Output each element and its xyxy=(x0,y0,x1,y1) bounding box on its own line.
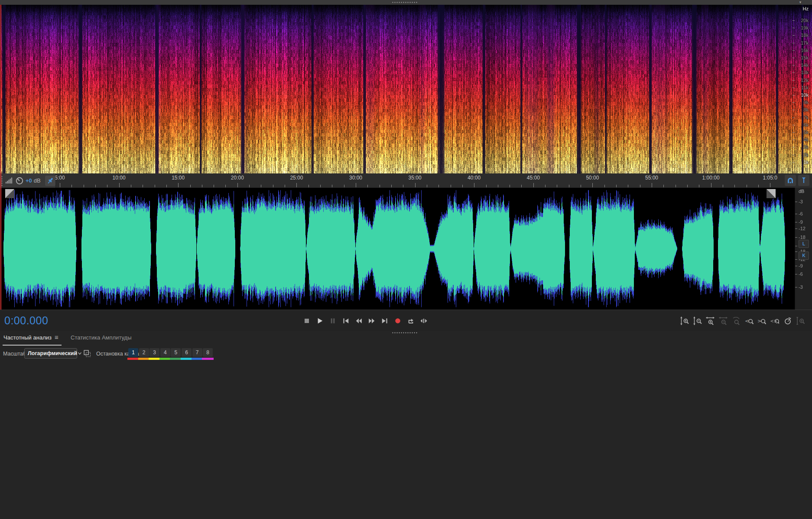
panel-tabs: Частотный анализ ≡ Статистика Амплитуды xyxy=(0,334,812,346)
pin-button[interactable] xyxy=(45,176,55,186)
frequency-tick xyxy=(793,43,795,43)
waveform-db-tick xyxy=(795,274,797,274)
hold-frame-button-2[interactable]: 2 xyxy=(139,348,149,357)
timeline-tick xyxy=(155,185,155,187)
analysis-panel: Частотный анализ ≡ Статистика Амплитуды … xyxy=(0,331,812,519)
zoom-to-in-point-button[interactable]: < xyxy=(744,316,755,326)
waveform-view[interactable] xyxy=(0,188,795,310)
zoom-to-out-point-button[interactable]: > xyxy=(756,316,767,326)
hold-frame-color-bar xyxy=(202,358,214,360)
fade-in-handle[interactable] xyxy=(5,189,14,198)
marker-button[interactable] xyxy=(798,175,809,186)
hold-frame-button-3[interactable]: 3 xyxy=(149,348,159,357)
record-button[interactable] xyxy=(392,316,403,326)
levels-icon xyxy=(5,176,13,185)
waveform-db-label: -12 xyxy=(799,226,806,231)
waveform-db-label: -9 xyxy=(799,219,803,225)
waveform-db-tick xyxy=(795,222,797,222)
chevron-down-icon[interactable]: ▾ xyxy=(797,0,803,5)
skip-selection-button[interactable] xyxy=(418,316,429,326)
hold-frame-color-bar xyxy=(192,358,203,360)
waveform-canvas[interactable] xyxy=(0,188,795,310)
timeline-tick xyxy=(356,183,356,187)
zoom-out-time-button xyxy=(718,316,729,326)
hold-frame-button-7[interactable]: 7 xyxy=(192,348,202,357)
timeline-tick xyxy=(592,183,593,187)
time-ruler[interactable]: 5:0010:0015:0020:0025:0030:0035:0040:004… xyxy=(55,173,779,188)
frequency-tick-label: 10k xyxy=(801,92,809,98)
pin-icon xyxy=(46,176,55,185)
tab-amplitude-statistics[interactable]: Статистика Амплитуды xyxy=(71,334,131,341)
spectrogram-view[interactable]: Hz20k19k18k17k16k15k14k13k12k11k10k9k8k7… xyxy=(0,5,812,173)
timeline-tick xyxy=(521,185,522,187)
frequency-tick xyxy=(793,80,795,81)
playhead[interactable] xyxy=(0,5,1,310)
timeline-tick xyxy=(296,183,297,187)
zoom-to-selection-button[interactable]: <> xyxy=(769,316,780,326)
timeline-label: 55:00 xyxy=(645,175,658,181)
frequency-tick-label: 9k xyxy=(803,100,809,105)
hold-frame-button-5[interactable]: 5 xyxy=(171,348,181,357)
gain-knob-icon[interactable] xyxy=(15,176,24,185)
tab-frequency-analysis[interactable]: Частотный анализ xyxy=(3,334,52,341)
timeline-tick xyxy=(131,185,131,187)
timeline-tick xyxy=(178,183,179,187)
timeline-tick xyxy=(581,185,581,187)
hold-frame-button-4[interactable]: 4 xyxy=(160,348,170,357)
waveform-db-tick xyxy=(795,214,797,214)
snap-button[interactable] xyxy=(785,175,796,186)
frequency-tick xyxy=(793,155,795,155)
rewind-button[interactable] xyxy=(353,316,364,326)
timeline-tick xyxy=(486,185,487,187)
scale-dropdown[interactable]: Логарифмический xyxy=(24,348,77,359)
gain-value[interactable]: +0 xyxy=(26,177,32,184)
zoom-out-amplitude-button[interactable] xyxy=(692,316,703,326)
spectrogram-canvas[interactable] xyxy=(0,5,812,173)
hold-frame-button-8[interactable]: 8 xyxy=(203,348,213,357)
frequency-tick xyxy=(793,65,795,65)
zoom-in-amplitude-button[interactable] xyxy=(679,316,690,326)
analysis-controls: Масштаб: Логарифмический Остановка кадра… xyxy=(0,347,812,363)
hold-frame-color-bar xyxy=(127,358,139,360)
channel-right-button[interactable]: K xyxy=(799,251,809,260)
skip-to-end-button[interactable] xyxy=(379,316,390,326)
hold-frame-button-1[interactable]: 1 xyxy=(128,348,138,357)
panel-drag-handle[interactable] xyxy=(392,1,418,3)
hold-frame-button-6[interactable]: 6 xyxy=(182,348,192,357)
frequency-tick-label: 18k xyxy=(801,33,809,38)
hold-frame-color-bar xyxy=(159,358,171,360)
stop-button[interactable] xyxy=(301,316,312,326)
timeline-tick xyxy=(498,185,498,187)
time-display[interactable]: 0:00.000 xyxy=(4,314,48,327)
timeline-tick xyxy=(758,185,759,187)
timeline-tick xyxy=(367,185,368,187)
timeline-tick xyxy=(391,185,392,187)
channel-left-button[interactable]: L xyxy=(799,240,809,248)
timeline-tick xyxy=(309,185,309,187)
frequency-tick-label: 7k xyxy=(803,115,809,120)
hamburger-icon[interactable]: ≡ xyxy=(55,333,58,341)
panel-drag-handle[interactable] xyxy=(392,332,418,334)
hold-frame-color-bar xyxy=(138,358,150,360)
snapshot-button[interactable] xyxy=(82,349,92,358)
waveform-db-tick xyxy=(795,202,797,202)
timeline-tick xyxy=(285,185,285,187)
timeline-tick xyxy=(510,185,510,187)
fade-out-handle[interactable] xyxy=(767,189,776,198)
waveform-db-tick xyxy=(795,228,797,229)
reset-zoom-button[interactable] xyxy=(782,316,793,326)
timeline-tick xyxy=(190,185,191,187)
zoom-full-button xyxy=(795,316,806,326)
fast-forward-button[interactable] xyxy=(366,316,377,326)
timeline-tick xyxy=(569,185,569,187)
zoom-in-time-button[interactable] xyxy=(705,316,716,326)
timeline-tick xyxy=(214,185,214,187)
frequency-tick-label: 19k xyxy=(801,25,809,30)
timeline-tick xyxy=(734,185,735,187)
spectrogram-unit-label: Hz xyxy=(803,6,809,11)
skip-to-start-button[interactable] xyxy=(340,316,351,326)
loop-playback-button[interactable] xyxy=(405,316,416,326)
play-button[interactable] xyxy=(314,316,325,326)
timeline-label: 1:00:00 xyxy=(702,175,720,181)
timeline-tick xyxy=(474,183,474,187)
